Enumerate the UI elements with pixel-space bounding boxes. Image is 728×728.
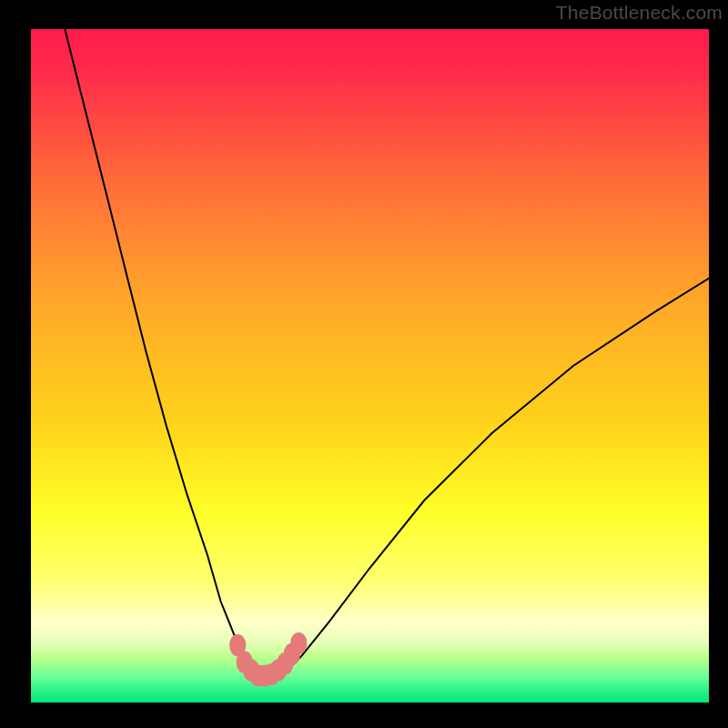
figure-root: TheBottleneck.com — [0, 0, 728, 728]
gradient-background — [31, 29, 709, 703]
marker-dot — [290, 632, 307, 654]
plot-svg — [31, 29, 709, 703]
plot-area — [31, 29, 709, 703]
watermark-text: TheBottleneck.com — [556, 2, 723, 24]
